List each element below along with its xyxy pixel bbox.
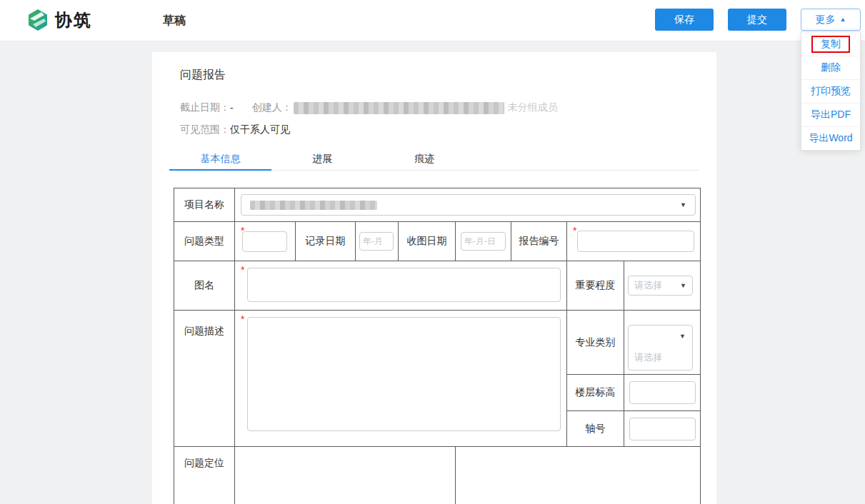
submit-button[interactable]: 提交 (728, 9, 786, 31)
row-description: 问题描述 * 专业类别 ▼ 请选择 (174, 311, 700, 447)
report-no-label: 报告编号 (511, 222, 567, 261)
issue-type-input[interactable] (242, 231, 287, 252)
floor-row: 楼层标高 (567, 374, 701, 410)
specialty-label: 专业类别 (567, 311, 624, 374)
deadline-label: 截止日期： (180, 101, 230, 114)
description-field-cell: * (235, 311, 567, 446)
description-label: 问题描述 (174, 311, 235, 446)
deadline-value: - (230, 102, 234, 114)
importance-placeholder: 请选择 (634, 279, 662, 292)
issue-type-field-cell: * (235, 222, 296, 261)
tab-basic-info[interactable]: 基本信息 (169, 149, 271, 171)
top-bar: 协筑 草稿 保存 提交 更多 ▲ (0, 0, 865, 41)
creator-label: 创建人： (252, 101, 292, 114)
report-no-field-cell: * (567, 222, 701, 261)
specialty-placeholder: 请选择 (634, 351, 662, 364)
importance-field-cell: 请选择 ▼ (624, 261, 701, 310)
redacted-creator-name (294, 102, 504, 114)
importance-label: 重要程度 (567, 261, 624, 310)
location-cell-left[interactable] (235, 447, 456, 504)
tab-bar: 基本信息 进展 痕迹 (169, 149, 699, 171)
record-date-field-cell (356, 222, 399, 261)
required-mark: * (573, 226, 576, 236)
menu-item-export-pdf[interactable]: 导出PDF (801, 103, 860, 126)
required-mark: * (241, 314, 244, 324)
report-no-input[interactable] (577, 231, 694, 252)
chevron-down-icon: ▼ (680, 202, 686, 208)
creator-group: 未分组成员 (508, 101, 558, 114)
tab-trace[interactable]: 痕迹 (374, 149, 476, 171)
axis-field-cell (624, 411, 701, 446)
app-logo-icon (27, 9, 49, 31)
visibility-label: 可见范围： (180, 124, 230, 136)
axis-row: 轴号 (567, 410, 701, 446)
location-cell-right[interactable] (456, 447, 701, 504)
row-project-name: 项目名称 ▼ (174, 188, 700, 222)
row-issue-meta: 问题类型 * 记录日期 收图日期 报告编号 * (174, 222, 700, 261)
document-status-title: 草稿 (163, 14, 186, 29)
importance-select[interactable]: 请选择 ▼ (628, 276, 693, 296)
redacted-project-name (250, 201, 377, 210)
page-title: 问题报告 (180, 68, 226, 83)
record-date-label: 记录日期 (296, 222, 356, 261)
more-button[interactable]: 更多 ▲ (801, 9, 861, 31)
floor-field-cell (624, 375, 701, 410)
receive-date-field-cell (456, 222, 511, 261)
more-button-label: 更多 (816, 14, 836, 26)
copy-highlight-box: 复制 (811, 36, 850, 53)
chevron-down-icon: ▼ (680, 283, 686, 289)
drawing-name-field-cell: * (235, 261, 567, 310)
menu-item-export-word[interactable]: 导出Word (801, 126, 860, 150)
more-menu: 复制 删除 打印预览 导出PDF 导出Word (801, 31, 861, 151)
drawing-name-textarea[interactable] (247, 268, 561, 302)
app-window: 协筑 草稿 保存 提交 更多 ▲ 复制 删除 打印预览 导出PDF 导出Word… (0, 0, 865, 504)
chevron-up-icon: ▲ (840, 16, 846, 23)
right-subcolumn: 专业类别 ▼ 请选择 楼层标高 (567, 311, 701, 446)
visibility-value: 仅干系人可见 (230, 124, 290, 136)
location-label: 问题定位 (174, 447, 235, 504)
menu-item-delete[interactable]: 删除 (801, 56, 860, 79)
axis-label: 轴号 (567, 411, 624, 446)
floor-input[interactable] (629, 381, 696, 404)
meta-row-1: 截止日期： - 创建人： 未分组成员 (180, 101, 558, 114)
issue-report-form: 项目名称 ▼ 问题类型 * 记录日期 收图 (174, 188, 701, 504)
meta-row-2: 可见范围： 仅干系人可见 (180, 124, 290, 136)
row-drawing-name: 图名 * 重要程度 请选择 ▼ (174, 261, 700, 311)
specialty-select[interactable]: ▼ 请选择 (628, 325, 693, 371)
row-location: 问题定位 (174, 447, 700, 504)
issue-type-label: 问题类型 (174, 222, 235, 261)
receive-date-input[interactable] (461, 232, 506, 251)
menu-item-print-preview[interactable]: 打印预览 (801, 79, 860, 103)
app-logo: 协筑 (27, 9, 92, 31)
axis-input[interactable] (629, 418, 696, 440)
project-name-field-cell: ▼ (235, 188, 701, 221)
project-name-label: 项目名称 (174, 188, 235, 221)
chevron-down-icon: ▼ (679, 333, 686, 340)
app-logo-text: 协筑 (55, 9, 92, 31)
save-button[interactable]: 保存 (655, 9, 714, 31)
drawing-name-label: 图名 (174, 261, 235, 310)
required-mark: * (241, 265, 244, 275)
report-card: 问题报告 截止日期： - 创建人： 未分组成员 可见范围： 仅干系人可见 基本信… (152, 52, 716, 504)
project-name-select[interactable]: ▼ (241, 194, 696, 216)
description-textarea[interactable] (247, 317, 561, 431)
specialty-field-cell: ▼ 请选择 (624, 311, 701, 374)
specialty-row: 专业类别 ▼ 请选择 (567, 311, 701, 374)
record-date-input[interactable] (359, 232, 394, 251)
receive-date-label: 收图日期 (399, 222, 456, 261)
floor-label: 楼层标高 (567, 375, 624, 410)
tab-progress[interactable]: 进展 (271, 149, 374, 171)
menu-item-copy[interactable]: 复制 (801, 32, 860, 56)
